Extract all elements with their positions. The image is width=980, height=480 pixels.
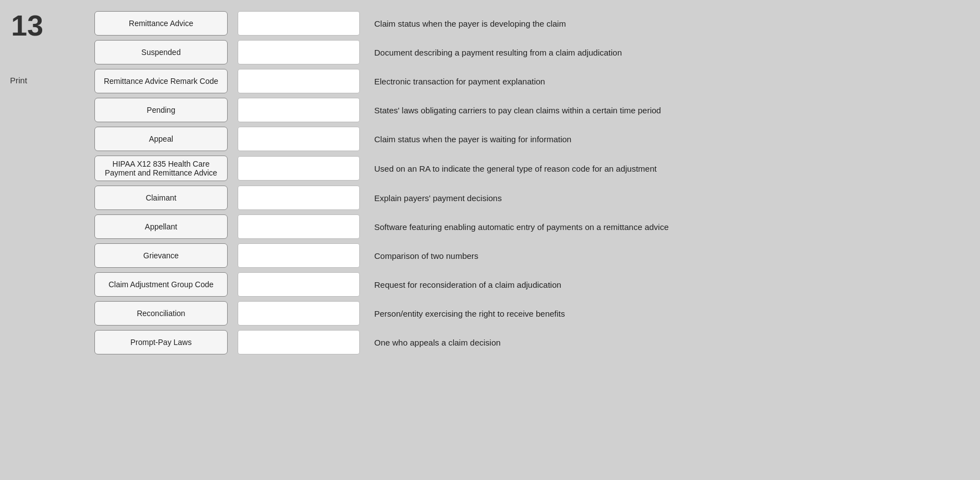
term-box: Appellant — [94, 214, 228, 239]
term-box: Claimant — [94, 186, 228, 210]
definition-text: Claim status when the payer is developin… — [370, 18, 963, 29]
match-row: Claim Adjustment Group CodeRequest for r… — [94, 272, 963, 297]
term-box: Claim Adjustment Group Code — [94, 272, 228, 297]
answer-input-box[interactable] — [238, 98, 360, 122]
definition-text: One who appeals a claim decision — [370, 337, 963, 348]
page-wrapper: 13 Print Remittance AdviceClaim status w… — [0, 0, 980, 480]
definition-text: Document describing a payment resulting … — [370, 47, 963, 58]
term-box: Reconciliation — [94, 301, 228, 326]
answer-input-box[interactable] — [238, 301, 360, 326]
match-row: GrievanceComparison of two numbers — [94, 243, 963, 268]
match-row: AppellantSoftware featuring enabling aut… — [94, 214, 963, 239]
definition-text: Person/entity exercising the right to re… — [370, 308, 963, 319]
answer-input-box[interactable] — [238, 11, 360, 36]
match-row: ClaimantExplain payers' payment decision… — [94, 186, 963, 210]
match-row: PendingStates' laws obligating carriers … — [94, 98, 963, 122]
answer-input-box[interactable] — [238, 330, 360, 354]
definition-text: Software featuring enabling automatic en… — [370, 221, 963, 233]
term-box: Remittance Advice — [94, 11, 228, 36]
left-sidebar: 13 Print — [0, 6, 89, 474]
definition-text: Used on an RA to indicate the general ty… — [370, 163, 963, 174]
answer-input-box[interactable] — [238, 214, 360, 239]
match-row: Remittance AdviceClaim status when the p… — [94, 11, 963, 36]
term-box: Pending — [94, 98, 228, 122]
answer-input-box[interactable] — [238, 69, 360, 93]
definition-text: Comparison of two numbers — [370, 250, 963, 262]
definition-text: Explain payers' payment decisions — [370, 192, 963, 204]
main-content: Remittance AdviceClaim status when the p… — [89, 6, 980, 474]
match-row: HIPAA X12 835 Health Care Payment and Re… — [94, 156, 963, 181]
match-row: AppealClaim status when the payer is wai… — [94, 127, 963, 151]
definition-text: States' laws obligating carriers to pay … — [370, 104, 963, 116]
term-box: Appeal — [94, 127, 228, 151]
match-row: Prompt-Pay LawsOne who appeals a claim d… — [94, 330, 963, 354]
answer-input-box[interactable] — [238, 40, 360, 64]
question-number: 13 — [11, 11, 43, 40]
answer-input-box[interactable] — [238, 127, 360, 151]
term-box: Grievance — [94, 243, 228, 268]
term-box: Prompt-Pay Laws — [94, 330, 228, 354]
term-box: Remittance Advice Remark Code — [94, 69, 228, 93]
term-box: Suspended — [94, 40, 228, 64]
answer-input-box[interactable] — [238, 186, 360, 210]
answer-input-box[interactable] — [238, 272, 360, 297]
definition-text: Claim status when the payer is waiting f… — [370, 133, 963, 145]
answer-input-box[interactable] — [238, 243, 360, 268]
definition-text: Electronic transaction for payment expla… — [370, 76, 963, 87]
match-row: Remittance Advice Remark CodeElectronic … — [94, 69, 963, 93]
term-box: HIPAA X12 835 Health Care Payment and Re… — [94, 156, 228, 181]
definition-text: Request for reconsideration of a claim a… — [370, 279, 963, 291]
match-row: SuspendedDocument describing a payment r… — [94, 40, 963, 64]
match-grid: Remittance AdviceClaim status when the p… — [94, 11, 963, 354]
match-row: ReconciliationPerson/entity exercising t… — [94, 301, 963, 326]
print-button[interactable]: Print — [6, 73, 32, 87]
answer-input-box[interactable] — [238, 156, 360, 181]
